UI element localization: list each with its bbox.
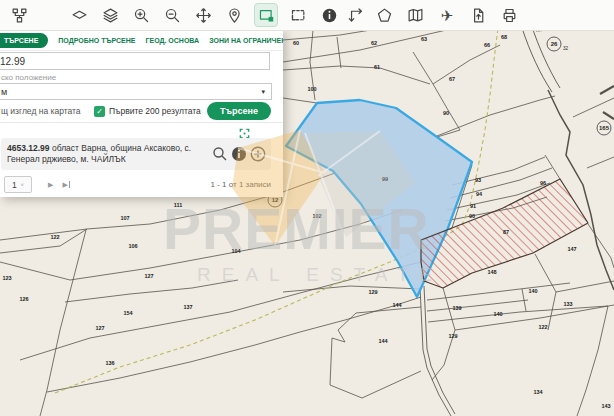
chevron-down-icon: ˅ (21, 182, 25, 188)
parcel-label: 106 (128, 243, 137, 249)
result-info-icon[interactable] (231, 146, 247, 162)
parcel-label: 102 (312, 213, 321, 219)
parcel-label: 140 (493, 311, 502, 317)
parcel-label: 68 (501, 34, 507, 40)
identifier-input[interactable] (0, 52, 270, 70)
rect-dashed-icon[interactable] (287, 4, 309, 26)
parcel-label: 127 (144, 273, 153, 279)
location-label: ско положение (1, 73, 56, 82)
parcel-label: 61 (374, 64, 380, 70)
parcel-label: 133 (563, 301, 572, 307)
zoom-to-result-icon[interactable] (212, 146, 228, 162)
layer-icon[interactable] (68, 4, 90, 26)
parcel-label: 90 (469, 213, 475, 219)
svg-text:165: 165 (599, 125, 610, 131)
parcel-label: 67 (449, 76, 455, 82)
first-200-checkbox[interactable]: ✓ (94, 106, 105, 117)
tab-0[interactable]: ТЪРСЕНЕ (0, 33, 48, 48)
parcel-label: 126 (19, 296, 28, 302)
parcel-label: 104 (231, 248, 241, 254)
parcel-label: 91 (470, 203, 476, 209)
parcel-label: 129 (368, 289, 377, 295)
pan-icon[interactable] (192, 4, 214, 26)
panel-tabs: ТЪРСЕНЕПОДРОБНО ТЪРСЕНЕГЕОД. ОСНОВАЗОНИ … (0, 30, 283, 51)
circled-parcel-label: 165 (597, 121, 611, 135)
info-icon[interactable] (318, 4, 340, 26)
svg-text:32: 32 (563, 46, 569, 51)
page-select[interactable]: 1 ˅ (4, 176, 32, 193)
parcel-label: 140 (528, 288, 537, 294)
location-select-value: м (1, 87, 7, 97)
parcel-label: 63 (421, 36, 427, 42)
parcel-label: 60 (293, 40, 299, 46)
pagination: 1 ˅ ▶ ▶ 1 - 1 от 1 записи (4, 176, 271, 193)
top-toolbar: ✈ (0, 0, 614, 31)
tab-2[interactable]: ГЕОД. ОСНОВА (146, 37, 200, 44)
parcel-label: 137 (183, 304, 192, 310)
next-page-icon[interactable]: ▶ (48, 181, 53, 188)
parcel-label: 139 (452, 305, 461, 311)
parcel-label: 148 (487, 269, 496, 275)
add-result-icon[interactable] (250, 146, 266, 162)
parcel-label: 62 (371, 40, 377, 46)
search-button[interactable]: Търсене (207, 102, 271, 120)
page-number: 1 (12, 180, 17, 190)
parcel-label: 94 (476, 191, 483, 197)
parcel-label: 129 (448, 333, 457, 339)
first-200-label: Първите 200 резултата (109, 106, 201, 116)
tab-1[interactable]: ПОДРОБНО ТЪРСЕНЕ (58, 37, 135, 44)
rect-select-icon[interactable] (254, 3, 278, 27)
parcel-label: 99 (382, 176, 388, 182)
result-icons (212, 146, 271, 162)
parcel-label: 93 (475, 177, 481, 183)
route-icon[interactable] (8, 4, 30, 26)
parcel-label: 111 (174, 202, 183, 208)
result-item[interactable]: 4653.12.99 област Варна, община Аксаково… (1, 138, 271, 170)
parcel-label: 122 (50, 234, 59, 240)
svg-text:26: 26 (551, 41, 558, 47)
last-page-icon[interactable]: ▶ (62, 181, 69, 188)
parcel-label: 90 (443, 110, 449, 116)
search-panel: ТЪРСЕНЕПОДРОБНО ТЪРСЕНЕГЕОД. ОСНОВАЗОНИ … (0, 30, 283, 197)
parcel-label: 144 (392, 302, 402, 308)
result-text: 4653.12.99 област Варна, община Аксаково… (1, 143, 212, 165)
parcel-label: 136 (105, 360, 114, 366)
map-view-label[interactable]: щ изглед на картата (1, 106, 94, 116)
parcel-label: 143 (601, 403, 610, 409)
plane-icon[interactable]: ✈ (436, 4, 458, 26)
area-icon[interactable] (373, 4, 395, 26)
map-icon[interactable] (404, 4, 426, 26)
parcel-label: 123 (2, 275, 11, 281)
parcel-label: 147 (567, 246, 576, 252)
parcel-label: 96 (540, 180, 546, 186)
options-row: щ изглед на картата ✓ Първите 200 резулт… (1, 102, 271, 120)
measure-icon[interactable] (345, 4, 367, 26)
parcel-label: 100 (307, 86, 316, 92)
parcel-label: 127 (95, 325, 104, 331)
svg-text:12: 12 (272, 197, 279, 203)
divider (0, 122, 283, 123)
parcel-label: 134 (533, 389, 543, 395)
tab-3[interactable]: ЗОНИ НА ОГРАНИЧЕНИЯ (209, 37, 283, 44)
chevron-down-icon: ▾ (261, 88, 265, 96)
expand-results-icon[interactable] (239, 125, 250, 136)
layers-stack-icon[interactable] (99, 4, 121, 26)
export-doc-icon[interactable] (467, 4, 489, 26)
print-icon[interactable] (498, 4, 520, 26)
zoom-in-icon[interactable] (130, 4, 152, 26)
parcel-label: 144 (378, 338, 388, 344)
result-id: 4653.12.99 (7, 143, 50, 153)
parcel-label: 107 (120, 215, 129, 221)
zoom-out-icon[interactable] (161, 4, 183, 26)
location-pin-icon[interactable] (223, 4, 245, 26)
parcel-label: 87 (503, 229, 509, 235)
parcel-label: 122 (538, 324, 547, 330)
parcel-label: 66 (484, 42, 490, 48)
parcel-label: 154 (123, 310, 133, 316)
location-select[interactable]: м ▾ (0, 83, 272, 100)
pagination-info: 1 - 1 от 1 записи (211, 180, 271, 189)
